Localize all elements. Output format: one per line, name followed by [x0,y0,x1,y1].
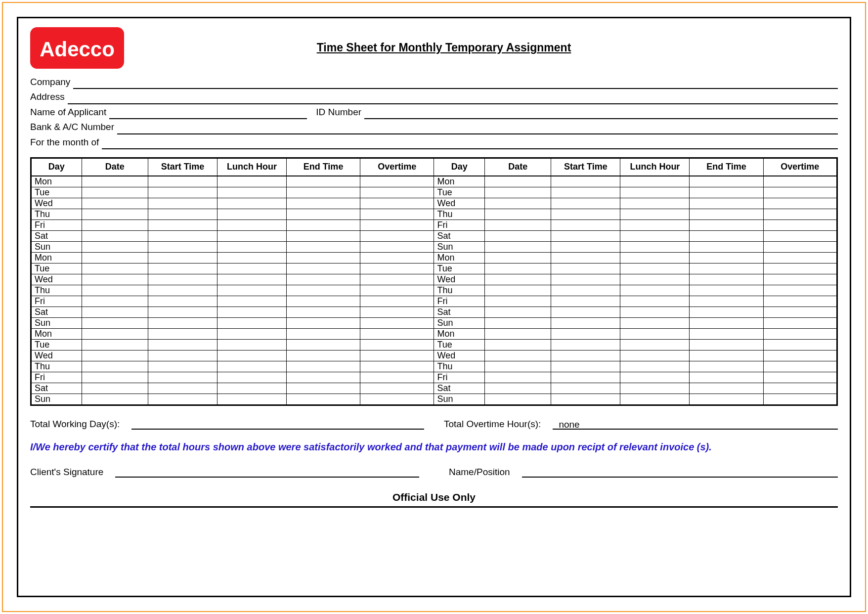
cell-entry[interactable] [82,339,148,350]
cell-entry[interactable] [763,285,837,296]
cell-entry[interactable] [485,328,551,339]
cell-entry[interactable] [763,241,837,252]
cell-entry[interactable] [485,350,551,361]
cell-entry[interactable] [286,263,360,274]
cell-entry[interactable] [763,317,837,328]
cell-entry[interactable] [763,328,837,339]
cell-entry[interactable] [551,176,620,187]
input-applicant[interactable] [109,109,307,119]
cell-entry[interactable] [763,176,837,187]
cell-entry[interactable] [485,339,551,350]
cell-entry[interactable] [620,274,690,285]
cell-entry[interactable] [217,176,286,187]
cell-entry[interactable] [763,296,837,307]
cell-entry[interactable] [82,394,148,405]
cell-entry[interactable] [485,285,551,296]
cell-entry[interactable] [763,394,837,405]
cell-entry[interactable] [360,361,434,372]
cell-entry[interactable] [82,241,148,252]
cell-entry[interactable] [620,176,690,187]
cell-entry[interactable] [148,263,217,274]
cell-entry[interactable] [286,317,360,328]
cell-entry[interactable] [551,187,620,198]
cell-entry[interactable] [763,187,837,198]
cell-entry[interactable] [620,187,690,198]
cell-entry[interactable] [620,252,690,263]
cell-entry[interactable] [551,230,620,241]
cell-entry[interactable] [217,274,286,285]
cell-entry[interactable] [690,372,763,383]
cell-entry[interactable] [620,241,690,252]
cell-entry[interactable] [360,209,434,219]
cell-entry[interactable] [690,339,763,350]
cell-entry[interactable] [690,230,763,241]
cell-entry[interactable] [217,307,286,317]
cell-entry[interactable] [286,187,360,198]
cell-entry[interactable] [360,328,434,339]
cell-entry[interactable] [360,230,434,241]
cell-entry[interactable] [217,296,286,307]
cell-entry[interactable] [217,209,286,219]
cell-entry[interactable] [485,219,551,230]
cell-entry[interactable] [217,198,286,209]
input-bank[interactable] [117,124,838,134]
cell-entry[interactable] [551,383,620,394]
cell-entry[interactable] [690,350,763,361]
cell-entry[interactable] [82,307,148,317]
cell-entry[interactable] [82,198,148,209]
cell-entry[interactable] [485,317,551,328]
cell-entry[interactable] [82,230,148,241]
cell-entry[interactable] [551,361,620,372]
cell-entry[interactable] [690,296,763,307]
cell-entry[interactable] [620,307,690,317]
cell-entry[interactable] [82,317,148,328]
cell-entry[interactable] [485,176,551,187]
input-client-signature[interactable] [115,467,419,478]
cell-entry[interactable] [286,372,360,383]
cell-entry[interactable] [551,198,620,209]
cell-entry[interactable] [485,252,551,263]
cell-entry[interactable] [360,252,434,263]
cell-entry[interactable] [485,296,551,307]
cell-entry[interactable] [148,296,217,307]
cell-entry[interactable] [763,209,837,219]
cell-entry[interactable] [763,350,837,361]
cell-entry[interactable] [148,372,217,383]
cell-entry[interactable] [148,317,217,328]
cell-entry[interactable] [485,230,551,241]
cell-entry[interactable] [286,307,360,317]
cell-entry[interactable] [620,263,690,274]
cell-entry[interactable] [148,394,217,405]
cell-entry[interactable] [690,198,763,209]
cell-entry[interactable] [690,219,763,230]
cell-entry[interactable] [217,328,286,339]
cell-entry[interactable] [763,383,837,394]
cell-entry[interactable] [551,274,620,285]
cell-entry[interactable] [360,274,434,285]
cell-entry[interactable] [148,219,217,230]
cell-entry[interactable] [82,296,148,307]
cell-entry[interactable] [620,230,690,241]
cell-entry[interactable] [286,361,360,372]
input-id-number[interactable] [364,109,838,119]
cell-entry[interactable] [690,394,763,405]
cell-entry[interactable] [690,241,763,252]
cell-entry[interactable] [485,241,551,252]
cell-entry[interactable] [286,176,360,187]
cell-entry[interactable] [148,198,217,209]
cell-entry[interactable] [148,176,217,187]
cell-entry[interactable] [82,252,148,263]
cell-entry[interactable] [82,285,148,296]
cell-entry[interactable] [286,230,360,241]
cell-entry[interactable] [82,361,148,372]
input-name-position[interactable] [522,467,838,478]
cell-entry[interactable] [148,383,217,394]
cell-entry[interactable] [217,230,286,241]
cell-entry[interactable] [82,263,148,274]
cell-entry[interactable] [360,350,434,361]
cell-entry[interactable] [360,285,434,296]
cell-entry[interactable] [551,317,620,328]
input-company[interactable] [73,79,838,89]
cell-entry[interactable] [286,350,360,361]
cell-entry[interactable] [217,219,286,230]
